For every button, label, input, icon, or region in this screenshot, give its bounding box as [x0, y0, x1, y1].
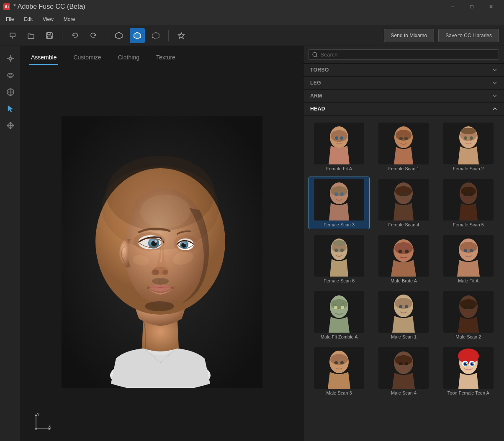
search-input[interactable]: [320, 51, 495, 58]
tab-clothing[interactable]: Clothing: [116, 51, 141, 65]
asset-female-scan-1[interactable]: Female Scan 1: [373, 121, 434, 173]
asset-thumb-female-scan-1: [378, 123, 429, 164]
category-leg[interactable]: LEG: [303, 77, 504, 90]
svg-point-68: [464, 136, 467, 140]
asset-thumb-female-scan-3: [314, 179, 364, 220]
box-wire-button[interactable]: [148, 28, 163, 43]
chevron-down-icon: [492, 93, 497, 98]
box-outline-button[interactable]: [111, 28, 126, 43]
asset-female-scan-2[interactable]: Female Scan 2: [438, 121, 499, 173]
asset-male-scan-4[interactable]: Male Scan 4: [373, 345, 434, 397]
save-to-cc-button[interactable]: Save to CC Libraries: [438, 29, 499, 42]
asset-label-female-scan-6: Female Scan 6: [324, 278, 355, 283]
pin-tool-button[interactable]: [5, 28, 20, 43]
svg-point-51: [35, 428, 37, 430]
undo-button[interactable]: [67, 28, 82, 43]
svg-point-124: [395, 355, 412, 365]
svg-point-89: [332, 240, 346, 246]
asset-toon-female-teen-a[interactable]: Toon Female Teen A: [438, 345, 499, 397]
asset-thumb-male-scan-2: [443, 291, 494, 333]
asset-label-female-scan-2: Female Scan 2: [453, 166, 484, 171]
svg-point-99: [460, 242, 477, 253]
asset-female-fit-a[interactable]: Female Fit A: [309, 121, 370, 173]
svg-point-114: [460, 299, 477, 309]
favorite-button[interactable]: [174, 28, 189, 43]
category-head[interactable]: HEAD: [303, 103, 504, 115]
svg-point-52: [313, 52, 317, 56]
sidebar-globe-tool[interactable]: [3, 85, 18, 100]
svg-point-79: [399, 192, 403, 196]
svg-point-5: [9, 57, 12, 60]
app-icon: Ai: [3, 3, 10, 10]
asset-male-scan-3[interactable]: Male Scan 3: [309, 345, 370, 397]
minimize-button[interactable]: −: [443, 0, 462, 13]
asset-male-fit-zombie-a[interactable]: Male Fit Zombie A: [309, 289, 370, 341]
chevron-down-icon: [492, 67, 497, 72]
menubar: File Edit View More: [0, 13, 504, 25]
sidebar-select-tool[interactable]: [3, 101, 18, 116]
svg-point-109: [395, 298, 412, 309]
viewport[interactable]: Assemble Customize Clothing Texture: [21, 46, 303, 441]
asset-female-scan-6[interactable]: Female Scan 6: [309, 233, 370, 285]
category-arm[interactable]: ARM: [303, 90, 504, 103]
menu-file[interactable]: File: [2, 15, 18, 24]
asset-label-male-scan-1: Male Scan 1: [391, 334, 417, 339]
axis-indicator: Y X: [28, 412, 53, 434]
asset-female-scan-3[interactable]: Female Scan 3: [309, 177, 370, 229]
open-tool-button[interactable]: [23, 28, 39, 43]
separator-3: [168, 30, 169, 41]
svg-text:X: X: [48, 424, 51, 429]
asset-male-scan-1[interactable]: Male Scan 1: [373, 289, 434, 341]
asset-male-brute-a[interactable]: Male Brute A: [373, 233, 434, 285]
svg-point-43: [152, 278, 169, 285]
asset-thumb-female-scan-4: [378, 179, 429, 220]
asset-thumb-male-scan-4: [378, 347, 429, 389]
search-bar: [303, 46, 504, 64]
menu-edit[interactable]: Edit: [20, 15, 37, 24]
tab-customize[interactable]: Customize: [72, 51, 103, 65]
svg-point-111: [405, 305, 408, 308]
svg-rect-3: [48, 33, 50, 35]
svg-rect-4: [47, 36, 51, 38]
save-tool-button[interactable]: [42, 28, 57, 43]
svg-point-72: [331, 186, 347, 196]
left-sidebar: [0, 46, 21, 441]
box-filled-button[interactable]: [130, 28, 145, 43]
tab-texture[interactable]: Texture: [154, 51, 177, 65]
search-icon: [312, 52, 318, 58]
right-panel: TORSO LEG ARM HEAD: [303, 46, 504, 441]
svg-point-38: [171, 287, 174, 289]
sidebar-sculpt-tool[interactable]: [3, 68, 18, 83]
svg-point-62: [399, 137, 403, 140]
titlebar: Ai * Adobe Fuse CC (Beta) − □ ✕: [0, 0, 504, 13]
close-button[interactable]: ✕: [481, 0, 501, 13]
tab-assemble[interactable]: Assemble: [29, 51, 58, 65]
svg-point-95: [399, 250, 402, 254]
asset-thumb-female-scan-5: [443, 179, 494, 220]
menu-more[interactable]: More: [59, 15, 79, 24]
svg-point-116: [470, 306, 473, 309]
svg-point-85: [470, 192, 473, 196]
svg-point-115: [463, 306, 467, 309]
svg-point-44: [145, 301, 174, 311]
redo-button[interactable]: [86, 28, 101, 43]
svg-point-35: [152, 269, 159, 275]
menu-view[interactable]: View: [39, 15, 58, 24]
asset-female-scan-4[interactable]: Female Scan 4: [373, 177, 434, 229]
maximize-button[interactable]: □: [462, 0, 481, 13]
svg-point-90: [334, 249, 338, 252]
asset-label-male-fit-a: Male Fit A: [458, 278, 478, 283]
svg-point-58: [340, 136, 343, 140]
sidebar-move-tool[interactable]: [3, 118, 18, 133]
asset-female-scan-5[interactable]: Female Scan 5: [438, 177, 499, 229]
svg-point-56: [331, 130, 347, 142]
svg-point-36: [162, 270, 168, 275]
asset-label-female-scan-4: Female Scan 4: [388, 222, 419, 227]
chevron-down-icon: [492, 80, 497, 85]
sidebar-transform-tool[interactable]: [3, 51, 18, 66]
asset-male-scan-2[interactable]: Male Scan 2: [438, 289, 499, 341]
send-to-mixamo-button[interactable]: Send to Mixamo: [384, 29, 435, 42]
asset-male-fit-a[interactable]: Male Fit A: [438, 233, 499, 285]
category-torso[interactable]: TORSO: [303, 64, 504, 77]
main-content: Assemble Customize Clothing Texture: [0, 46, 504, 441]
